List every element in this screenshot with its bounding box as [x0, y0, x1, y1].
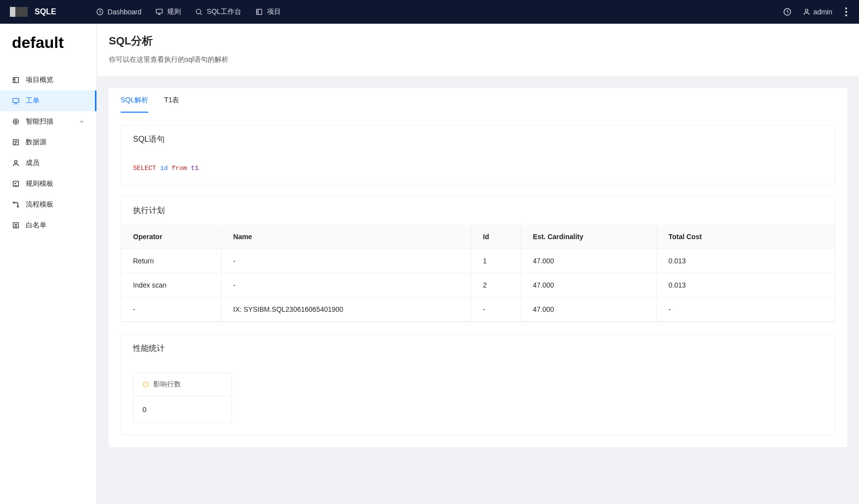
table-header-row: Operator Name Id Est. Cardinality Total …	[121, 225, 835, 249]
cell-operator: -	[121, 297, 221, 321]
topbar: SQLE Dashboard 规则 SQL工作台 项目	[0, 0, 859, 24]
section-title: 执行计划	[121, 197, 835, 225]
brand-logo[interactable]: SQLE	[10, 7, 56, 17]
sidebar-item-rule-template[interactable]: 规则模板	[0, 173, 96, 194]
layout-icon	[12, 76, 20, 84]
nav-dashboard[interactable]: Dashboard	[96, 8, 142, 16]
nav-rules[interactable]: 规则	[155, 7, 181, 16]
search-icon	[195, 8, 203, 16]
sidebar-item-flow-template[interactable]: 流程模板	[0, 194, 96, 215]
cell-cost: -	[656, 297, 835, 321]
svg-point-2	[196, 9, 201, 14]
workspace-title: default	[0, 24, 96, 70]
section-title: 性能统计	[121, 335, 835, 363]
brand-logo-icon	[10, 7, 28, 17]
cell-name: -	[221, 273, 471, 297]
sql-table: t1	[191, 165, 199, 172]
topnav: Dashboard 规则 SQL工作台 项目	[96, 7, 783, 16]
sidebar-item-label: 项目概览	[26, 76, 53, 84]
more-menu-button[interactable]	[843, 5, 849, 18]
col-name: Name	[221, 225, 471, 249]
page-subtitle: 你可以在这里查看执行的sql语句的解析	[109, 55, 847, 64]
performance-stats-section: 性能统计 影响行数 0	[121, 334, 835, 435]
stat-title: 影响行数	[134, 373, 231, 396]
tab-sql-analysis[interactable]: SQL解析	[121, 96, 148, 113]
table-row: Index scan - 2 47.000 0.013	[121, 273, 835, 297]
table-row: - IX: SYSIBM.SQL230616065401900 - 47.000…	[121, 297, 835, 321]
stat-label: 影响行数	[153, 380, 181, 389]
list-icon	[12, 221, 20, 229]
cell-cardinality: 47.000	[521, 297, 656, 321]
svg-point-11	[14, 161, 17, 163]
sql-statement-section: SQL语句 SELECT id from t1	[121, 125, 835, 184]
cell-cardinality: 47.000	[521, 249, 656, 273]
sidebar-item-workorder[interactable]: 工单	[0, 90, 96, 111]
sidebar-item-overview[interactable]: 项目概览	[0, 70, 96, 90]
user-icon	[803, 8, 811, 16]
col-operator: Operator	[121, 225, 221, 249]
sidebar: default 项目概览 工单 智能扫描 数据源 成员	[0, 24, 97, 504]
sql-keyword-select: SELECT	[133, 165, 156, 172]
stat-card-affected-rows: 影响行数 0	[133, 373, 232, 423]
cell-cost: 0.013	[656, 273, 835, 297]
table-row: Return - 1 47.000 0.013	[121, 249, 835, 273]
sidebar-item-label: 规则模板	[26, 179, 53, 188]
svg-point-8	[13, 119, 19, 125]
svg-rect-1	[156, 9, 162, 13]
project-icon	[255, 8, 263, 16]
nav-label: 规则	[167, 7, 181, 16]
sidebar-item-members[interactable]: 成员	[0, 153, 96, 173]
svg-point-13	[13, 202, 15, 204]
cell-operator: Index scan	[121, 273, 221, 297]
svg-rect-7	[13, 98, 19, 102]
monitor-icon	[155, 8, 163, 16]
section-title: SQL语句	[121, 126, 835, 154]
svg-point-5	[805, 9, 808, 12]
cell-id: 2	[471, 273, 521, 297]
nav-sql-workbench[interactable]: SQL工作台	[195, 7, 241, 16]
svg-rect-6	[13, 78, 19, 83]
sql-code: SELECT id from t1	[121, 154, 835, 184]
history-button[interactable]	[783, 7, 792, 16]
chevron-down-icon	[79, 119, 85, 125]
ticket-icon	[12, 97, 20, 105]
svg-point-9	[15, 121, 17, 123]
cell-cost: 0.013	[656, 249, 835, 273]
user-name: admin	[814, 8, 832, 16]
col-cost: Total Cost	[656, 225, 835, 249]
analysis-card: SQL解析 T1表 SQL语句 SELECT id from t1	[109, 88, 847, 447]
nav-label: SQL工作台	[207, 7, 241, 16]
sidebar-item-smartscan[interactable]: 智能扫描	[0, 111, 96, 132]
brand-text: SQLE	[35, 7, 56, 16]
user-icon	[12, 159, 20, 167]
col-id: Id	[471, 225, 521, 249]
stat-value: 0	[134, 396, 231, 422]
sidebar-item-label: 白名单	[26, 221, 46, 230]
database-icon	[12, 138, 20, 146]
page-header: SQL分析 你可以在这里查看执行的sql语句的解析	[97, 24, 859, 76]
flow-icon	[12, 201, 20, 209]
cell-id: 1	[471, 249, 521, 273]
dashboard-icon	[96, 8, 104, 16]
tab-t1-table[interactable]: T1表	[164, 96, 179, 113]
user-menu[interactable]: admin	[803, 8, 832, 16]
sidebar-item-label: 智能扫描	[26, 117, 53, 126]
svg-point-14	[17, 206, 19, 208]
nav-label: Dashboard	[108, 8, 142, 16]
execution-plan-table: Operator Name Id Est. Cardinality Total …	[121, 225, 835, 322]
execution-plan-section: 执行计划 Operator Name Id	[121, 196, 835, 322]
page-title: SQL分析	[109, 34, 847, 48]
main-content: SQL分析 你可以在这里查看执行的sql语句的解析 SQL解析 T1表 SQL语…	[97, 24, 859, 504]
nav-project[interactable]: 项目	[255, 7, 281, 16]
col-cardinality: Est. Cardinality	[521, 225, 656, 249]
sidebar-item-label: 成员	[26, 159, 40, 168]
sidebar-item-whitelist[interactable]: 白名单	[0, 215, 96, 236]
tabs: SQL解析 T1表	[109, 88, 847, 113]
sidebar-item-datasource[interactable]: 数据源	[0, 132, 96, 153]
cell-operator: Return	[121, 249, 221, 273]
sql-keyword-from: from	[172, 165, 187, 172]
sql-identifier: id	[160, 165, 168, 172]
sidebar-item-label: 数据源	[26, 138, 46, 147]
checklist-icon	[12, 180, 20, 188]
topbar-right: admin	[783, 5, 849, 18]
